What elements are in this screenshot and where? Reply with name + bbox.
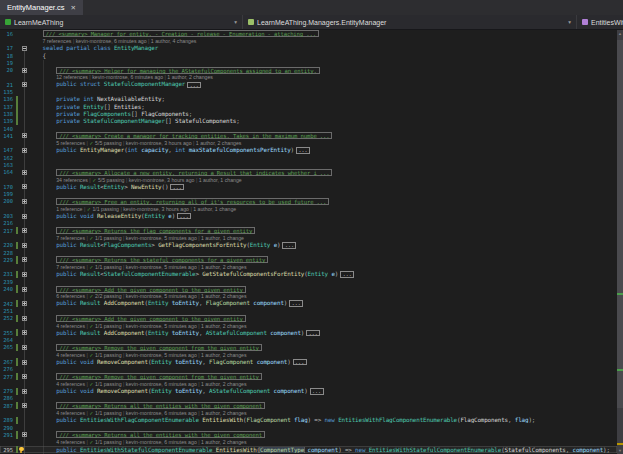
fold-expand-icon[interactable]	[22, 133, 27, 138]
line-number[interactable]: 252	[0, 315, 16, 321]
fold-expand-icon[interactable]	[22, 214, 27, 219]
fold-expand-icon[interactable]	[22, 389, 27, 394]
codelens-history[interactable]: kevin-montrose, 5 minutes ago	[126, 235, 197, 241]
codelens-references[interactable]: 7 references	[43, 38, 72, 44]
line-number[interactable]: 199	[0, 191, 16, 197]
codelens-history[interactable]: kevin-montrose, 6 minutes ago	[126, 410, 197, 416]
line-number[interactable]: 216	[0, 220, 16, 226]
collapsed-body[interactable]: ...	[170, 184, 184, 191]
codelens-history[interactable]: kevin-montrose, 6 minutes ago	[76, 38, 147, 44]
line-number[interactable]: 277	[0, 374, 16, 380]
line-number[interactable]: 20	[0, 67, 16, 73]
line-number[interactable]: 139	[0, 118, 16, 124]
collapsed-body[interactable]: ...	[310, 388, 324, 395]
codelens-history[interactable]: kevin-montrose, 3 hours ago	[129, 177, 195, 183]
code-line[interactable]: private int NextAvailableEntity;	[29, 96, 617, 102]
fold-expand-icon[interactable]	[22, 228, 27, 233]
collapsed-body[interactable]: ...	[340, 271, 354, 278]
line-number[interactable]: 291	[0, 432, 16, 438]
scrollbar-thumb[interactable]	[617, 40, 623, 408]
codelens-adornment[interactable]: 7 references | ✓ 1/1 passing | kevin-mon…	[29, 235, 617, 241]
fold-expand-icon[interactable]	[22, 243, 27, 248]
codelens-adornment[interactable]: 7 references | ✓ 1/1 passing | kevin-mon…	[29, 264, 617, 270]
codelens-tests[interactable]: ✓ 5/5 passing	[92, 177, 124, 183]
line-number[interactable]: 162	[0, 155, 16, 161]
collapsed-summary-comment[interactable]: /// <summary> Create a manager for track…	[56, 132, 332, 139]
codelens-tests[interactable]: ✓ 1/1 passing	[89, 381, 121, 387]
fold-expand-icon[interactable]	[22, 148, 27, 153]
line-number[interactable]: 265	[0, 344, 16, 350]
code-line[interactable]: /// <summary> Returns all the entities w…	[29, 402, 617, 409]
fold-expand-icon[interactable]	[22, 345, 27, 350]
codelens-adornment[interactable]: 4 references | ✓ 1/1 passing | kevin-mon…	[29, 352, 617, 358]
scroll-up-icon[interactable]: ▲	[617, 30, 623, 37]
code-line[interactable]: /// <summary> Create a manager for track…	[29, 132, 617, 139]
codelens-references[interactable]: 34 references	[56, 177, 88, 183]
codelens-adornment[interactable]: 4 references | ✓ 1/1 passing | kevin-mon…	[29, 323, 617, 329]
codelens-tests[interactable]: ✓ 1/1 passing	[87, 206, 119, 212]
codelens-history[interactable]: kevin-montrose, 6 minutes ago	[126, 439, 197, 445]
code-line[interactable]: /// <summary> Remove the given component…	[29, 373, 617, 380]
collapsed-body[interactable]: ...	[282, 242, 296, 249]
codelens-adornment[interactable]: 7 references | kevin-montrose, 6 minutes…	[29, 38, 617, 44]
type-dropdown[interactable]: LearnMeAThing.Managers.EntityManager ▾	[243, 15, 577, 29]
collapsed-summary-comment[interactable]: /// <summary> Manager for entity. - Crea…	[43, 30, 319, 37]
codelens-changes[interactable]: 1 author, 2 changes	[201, 439, 247, 445]
codelens-adornment[interactable]: 5 references | ✓ 5/5 passing | kevin-mon…	[29, 140, 617, 146]
line-number[interactable]: 267	[0, 359, 16, 365]
line-number[interactable]: 229	[0, 257, 16, 263]
line-number[interactable]: 147	[0, 147, 16, 153]
codelens-adornment[interactable]: 6 references | ✓ 2/2 passing | kevin-mon…	[29, 293, 617, 299]
collapsed-summary-comment[interactable]: /// <summary> Allocate a new entity, ret…	[56, 169, 332, 176]
codelens-changes[interactable]: 1 author, 1 change	[201, 235, 244, 241]
line-number[interactable]: 138	[0, 111, 16, 117]
code-line[interactable]: /// <summary> Returns the stateful compo…	[29, 256, 617, 263]
codelens-history[interactable]: kevin-montrose, 6 minutes ago	[92, 74, 163, 80]
codelens-changes[interactable]: 1 author, 1 change	[199, 177, 242, 183]
collapsed-summary-comment[interactable]: /// <summary> Returns the flag component…	[56, 227, 255, 234]
code-line[interactable]: /// <summary> Helper for managing the AS…	[29, 67, 617, 74]
code-line[interactable]: private Entity[] Entities;	[29, 104, 617, 110]
code-line[interactable]: private FlagComponents[] FlagComponents;	[29, 111, 617, 117]
codelens-tests[interactable]: ✓ 5/5 passing	[89, 140, 121, 146]
codelens-history[interactable]: kevin-montrose, 5 minutes ago	[126, 293, 197, 299]
line-number[interactable]: 163	[0, 162, 16, 168]
codelens-changes[interactable]: 1 author, 2 changes	[201, 293, 247, 299]
fold-expand-icon[interactable]	[22, 316, 27, 321]
line-number[interactable]: 164	[0, 169, 16, 175]
code-line[interactable]: {	[29, 53, 617, 59]
codelens-adornment[interactable]: 4 references | ✓ 1/1 passing | kevin-mon…	[29, 410, 617, 416]
codelens-references[interactable]: 4 references	[56, 410, 85, 416]
fold-expand-icon[interactable]	[22, 432, 27, 437]
code-line[interactable]: public Result<FlagComponents> GetFlagCom…	[29, 242, 617, 249]
vertical-scrollbar[interactable]: ▲ ▼	[617, 30, 623, 454]
code-line[interactable]: public EntitiesWithStatefulComponentEnum…	[29, 447, 617, 453]
line-number[interactable]: 16	[0, 31, 16, 37]
line-number[interactable]: 18	[0, 53, 16, 59]
line-number[interactable]: 200	[0, 198, 16, 204]
collapsed-summary-comment[interactable]: /// <summary> Free an entity, returning …	[56, 198, 329, 205]
code-line[interactable]: public EntitiesWithFlagComponentEnumerab…	[29, 417, 617, 423]
line-number[interactable]: 228	[0, 250, 16, 256]
codelens-changes[interactable]: 1 author, 2 changes	[201, 410, 247, 416]
fold-expand-icon[interactable]	[22, 82, 27, 87]
codelens-history[interactable]: kevin-montrose, 5 minutes ago	[126, 352, 197, 358]
code-line[interactable]: /// <summary> Remove the given component…	[29, 344, 617, 351]
project-dropdown[interactable]: LearnMeAThing ▾	[0, 15, 243, 29]
code-line[interactable]: public Result<StatefulComponentEnumerabl…	[29, 271, 617, 278]
code-line[interactable]: /// <summary> Add the given component to…	[29, 315, 617, 322]
fold-expand-icon[interactable]	[22, 184, 27, 189]
codelens-references[interactable]: 7 references	[56, 264, 85, 270]
codelens-tests[interactable]: ✓ 1/1 passing	[89, 235, 121, 241]
code-line[interactable]: public EntityManager(int capacity, int m…	[29, 147, 617, 154]
code-line[interactable]: public Result AddComponent(Entity toEnti…	[29, 300, 617, 307]
codelens-changes[interactable]: 1 author, 2 changes	[201, 264, 247, 270]
line-number[interactable]: 289	[0, 417, 16, 423]
collapsed-body[interactable]: ...	[177, 213, 191, 220]
code-line[interactable]: public void RemoveComponent(Entity toEnt…	[29, 388, 617, 395]
collapsed-summary-comment[interactable]: /// <summary> Returns all the entities w…	[56, 402, 265, 409]
tab-close-icon[interactable]: ✕	[71, 4, 76, 12]
code-line[interactable]: private StatefulComponentManager[] State…	[29, 118, 617, 124]
collapsed-body[interactable]: ...	[293, 359, 307, 366]
collapsed-body[interactable]: ...	[296, 147, 310, 154]
